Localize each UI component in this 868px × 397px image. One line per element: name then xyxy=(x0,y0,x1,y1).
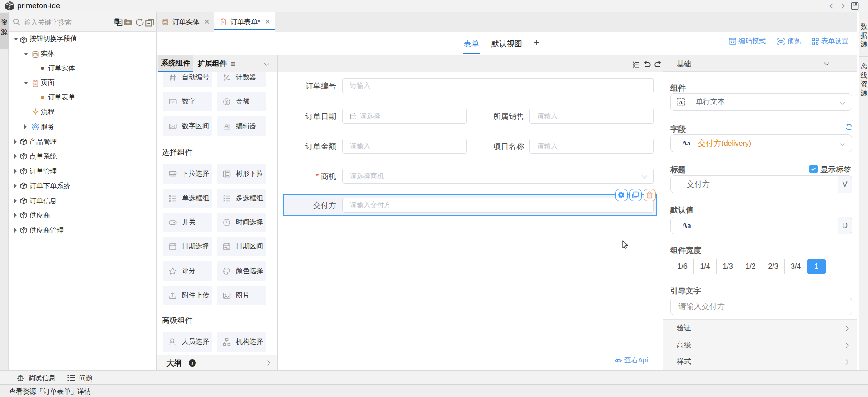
svg-text:A: A xyxy=(678,99,683,106)
svg-text:fn: fn xyxy=(115,19,118,24)
